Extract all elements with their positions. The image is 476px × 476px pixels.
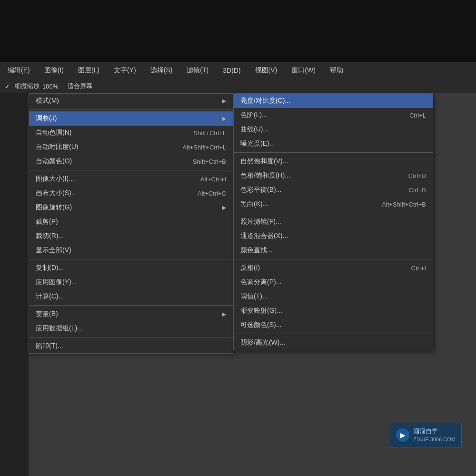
menu-item-trim[interactable]: 裁切(R)... [29,229,233,243]
menu-item-auto-tone-shortcut: Shift+Ctrl+L [193,129,226,137]
menu-item-canvas-size-label: 画布大小(S)... [36,189,188,198]
sub-item-levels[interactable]: 色阶(L)... Ctrl+L [234,108,433,122]
sub-item-threshold[interactable]: 阈值(T)... [234,289,433,304]
menu-item-trap[interactable]: 陷印(T)... [29,339,233,353]
menu-filter[interactable]: 滤镜(T) [184,64,211,77]
menu-view[interactable]: 视图(V) [252,64,280,77]
menu-item-duplicate-label: 复制(D)... [36,264,226,272]
divider-3 [29,259,233,259]
menu-item-variables-arrow: ▶ [222,311,226,317]
sub-item-photo-filter[interactable]: 照片滤镜(F)... [234,215,433,229]
sub-item-posterize-label: 色调分离(P)... [240,278,281,287]
divider-5 [29,337,233,337]
menu-item-variables-label: 变量(B) [36,310,222,318]
menu-window[interactable]: 窗口(W) [288,64,318,77]
menu-3d[interactable]: 3D(D) [220,65,243,76]
top-background [0,0,476,62]
sub-item-color-balance[interactable]: 色彩平衡(B)... Ctrl+B [234,183,433,197]
sub-item-color-lookup-label: 颜色查找... [240,246,273,255]
menu-item-image-rotate[interactable]: 图像旋转(G) ▶ [29,200,233,215]
menu-text[interactable]: 文字(Y) [111,64,139,77]
main-image-menu: 模式(M) ▶ 调整(J) ▶ 自动色调(N) Shift+Ctrl+L 自动对… [29,93,233,354]
sub-item-color-balance-shortcut: Ctrl+B [409,187,426,194]
zoom-fine-item: ✓ 细微缩放 100% [5,82,58,90]
sub-item-shadows-highlights-label: 阴影/高光(W)... [240,338,285,347]
menu-item-image-size[interactable]: 图像大小(I)... Alt+Ctrl+I [29,172,233,186]
menu-item-mode-label: 模式(M) [36,97,222,105]
sub-item-posterize[interactable]: 色调分离(P)... [234,275,433,289]
sub-divider-2 [234,213,433,213]
sub-item-invert[interactable]: 反相(I) Ctrl+I [234,261,433,275]
menu-help[interactable]: 帮助 [327,64,346,77]
menu-item-auto-tone[interactable]: 自动色调(N) Shift+Ctrl+L [29,126,233,140]
sub-item-gradient-map-label: 渐变映射(G)... [240,307,282,315]
menu-item-crop[interactable]: 裁剪(P) [29,215,233,229]
menu-item-auto-color-shortcut: Shift+Ctrl+B [193,158,226,165]
menubar: 编辑(E) 图像(I) 图层(L) 文字(Y) 选择(S) 滤镜(T) 3D(D… [0,62,476,79]
menu-select[interactable]: 选择(S) [148,64,176,77]
sub-item-shadows-highlights[interactable]: 阴影/高光(W)... [234,336,433,350]
menu-item-auto-contrast[interactable]: 自动对比度(U) Alt+Shift+Ctrl+L [29,140,233,154]
menu-item-duplicate[interactable]: 复制(D)... [29,261,233,275]
sub-item-levels-label: 色阶(L)... [240,111,268,119]
sub-divider-1 [234,152,433,153]
sub-item-hue-saturation[interactable]: 色相/饱和度(H)... Ctrl+U [234,169,433,183]
zoom-check: ✓ [5,83,10,90]
menu-item-reveal-all-label: 显示全部(V) [36,246,226,255]
sub-item-vibrance-label: 自然饱和度(V)... [240,157,288,166]
sub-item-selective-color[interactable]: 可选颜色(S)... [234,318,433,332]
menu-item-adjust[interactable]: 调整(J) ▶ [29,111,233,126]
menu-item-apply-data-label: 应用数据组(L)... [36,324,226,333]
menu-item-auto-color[interactable]: 自动颜色(O) Shift+Ctrl+B [29,154,233,169]
sub-item-invert-shortcut: Ctrl+I [411,265,426,272]
menu-item-variables[interactable]: 变量(B) ▶ [29,307,233,321]
menu-item-auto-tone-label: 自动色调(N) [36,129,184,137]
menu-item-mode-arrow: ▶ [222,98,226,104]
menu-item-crop-label: 裁剪(P) [36,218,226,226]
sub-item-black-white-shortcut: Alt+Shift+Ctrl+B [382,201,426,208]
sub-item-brightness-contrast[interactable]: 亮度/对比度(C)... [234,94,433,108]
sub-item-invert-label: 反相(I) [240,264,260,272]
watermark-site: ZIXUE.3066.COM [413,436,456,443]
sub-item-hue-saturation-label: 色相/饱和度(H)... [240,171,290,180]
sub-item-color-lookup[interactable]: 颜色查找... [234,243,433,258]
sub-item-levels-shortcut: Ctrl+L [409,112,426,119]
menu-layer[interactable]: 图层(L) [75,64,102,77]
sub-divider-4 [234,334,433,334]
sub-item-exposure[interactable]: 曝光度(E)... [234,137,433,151]
menu-item-adjust-label: 调整(J) [36,114,222,123]
zoom-value: 100% [42,83,58,90]
menu-item-auto-contrast-shortcut: Alt+Shift+Ctrl+L [183,144,226,151]
menu-item-calculations[interactable]: 计算(C)... [29,289,233,304]
menu-item-canvas-size-shortcut: Alt+Ctrl+C [198,190,226,197]
sub-item-threshold-label: 阈值(T)... [240,292,268,301]
divider-4 [29,305,233,306]
sub-item-hue-saturation-shortcut: Ctrl+U [408,172,426,179]
menu-item-apply-image-label: 应用图像(Y)... [36,278,226,287]
menu-item-reveal-all[interactable]: 显示全部(V) [29,243,233,258]
sub-item-black-white[interactable]: 黑白(K)... Alt+Shift+Ctrl+B [234,197,433,211]
toolbar2: ✓ 细微缩放 100% 适合屏幕 [0,79,476,93]
fit-screen-item[interactable]: 适合屏幕 [68,82,92,90]
menu-item-canvas-size[interactable]: 画布大小(S)... Alt+Ctrl+C [29,186,233,200]
sub-item-gradient-map[interactable]: 渐变映射(G)... [234,304,433,318]
menu-item-image-size-label: 图像大小(I)... [36,175,191,183]
watermark-title: 溜溜自学 [413,427,456,436]
menu-edit[interactable]: 编辑(E) [5,64,33,77]
menu-image[interactable]: 图像(I) [41,64,67,77]
divider-2 [29,170,233,170]
menu-item-trap-label: 陷印(T)... [36,342,226,350]
sub-item-vibrance[interactable]: 自然饱和度(V)... [234,154,433,169]
watermark-logo: ▶ [396,428,409,442]
menu-item-image-rotate-arrow: ▶ [222,204,226,211]
menu-item-mode[interactable]: 模式(M) ▶ [29,94,233,108]
zoom-fine-label: 细微缩放 [15,82,40,90]
menu-item-image-rotate-label: 图像旋转(G) [36,203,222,212]
sub-item-black-white-label: 黑白(K)... [240,200,268,208]
menu-item-apply-image[interactable]: 应用图像(Y)... [29,275,233,289]
sub-item-curves[interactable]: 曲线(U)... [234,122,433,137]
sub-item-brightness-contrast-label: 亮度/对比度(C)... [240,97,290,105]
sub-item-channel-mixer[interactable]: 通道混合器(X)... [234,229,433,243]
sub-item-channel-mixer-label: 通道混合器(X)... [240,232,288,240]
menu-item-apply-data[interactable]: 应用数据组(L)... [29,321,233,336]
